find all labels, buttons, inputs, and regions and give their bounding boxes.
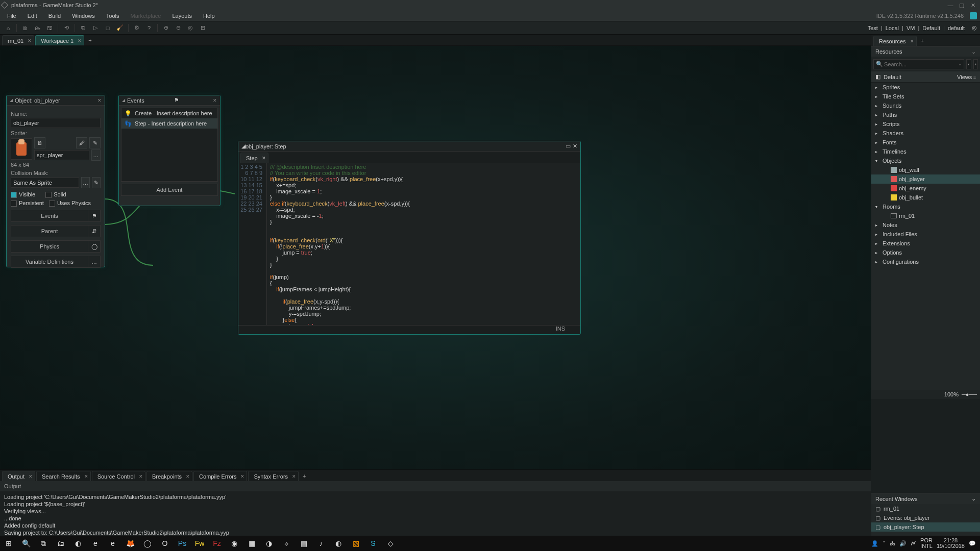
tree-item[interactable]: obj_wall (871, 165, 980, 174)
event-step[interactable]: 👣Step - Insert description here (121, 118, 217, 129)
zoom-control[interactable]: 100%─●── (871, 390, 980, 399)
steam-icon[interactable]: ◐ (69, 536, 87, 551)
visible-checkbox[interactable]: Visible (11, 191, 35, 198)
tab-workspace-1[interactable]: Workspace 1✕ (35, 35, 84, 45)
sublime-icon[interactable]: ▧ (347, 536, 364, 551)
explorer-icon[interactable]: 🗂 (52, 536, 69, 551)
output-tab[interactable]: Compile Errors✕ (193, 471, 247, 481)
tree-node[interactable]: ▸Sounds (871, 101, 980, 110)
mask-input[interactable] (11, 178, 79, 188)
close-icon[interactable]: ✕ (970, 2, 976, 9)
run-icon[interactable]: ▷ (90, 23, 101, 33)
task-view-icon[interactable]: ⧉ (35, 536, 52, 551)
tree-node[interactable]: ▾Rooms (871, 202, 980, 211)
uses-physics-checkbox[interactable]: Uses Physics (49, 200, 91, 207)
mask-more-button[interactable]: … (81, 177, 90, 188)
close-icon[interactable]: ✕ (262, 156, 266, 161)
add-event-button[interactable]: Add Event (121, 184, 218, 196)
tab-rm-01[interactable]: rm_01✕ (2, 35, 34, 45)
help-icon[interactable]: ? (144, 23, 154, 33)
recent-item[interactable]: ▢obj_player: Step (871, 522, 980, 532)
close-icon[interactable]: ✕ (28, 38, 32, 43)
search-next-button[interactable]: › (973, 59, 978, 69)
app-icon[interactable]: ▦ (243, 536, 260, 551)
code-tab-step[interactable]: Step✕ (240, 153, 268, 163)
add-tab-button[interactable]: + (918, 36, 927, 46)
menu-marketplace[interactable]: Marketplace (126, 12, 165, 20)
tree-item[interactable]: obj_player (871, 174, 980, 184)
app-icon[interactable]: ⟐ (278, 536, 295, 551)
ie-icon[interactable]: e (87, 536, 104, 551)
clock[interactable]: 21:2819/10/2018 (937, 538, 965, 549)
menu-layouts[interactable]: Layouts (168, 12, 196, 20)
tree-item[interactable]: obj_bullet (871, 193, 980, 202)
maximize-icon[interactable]: ▭ (566, 143, 571, 149)
output-tab[interactable]: Breakpoints✕ (146, 471, 192, 481)
maximize-icon[interactable]: ▢ (959, 2, 965, 9)
tree-node[interactable]: ▸Paths (871, 110, 980, 119)
solid-checkbox[interactable]: Solid (45, 191, 66, 198)
close-icon[interactable]: ✕ (213, 98, 217, 103)
mask-edit-button[interactable]: ✎ (92, 177, 101, 188)
app-icon[interactable]: ▤ (295, 536, 312, 551)
code-editor[interactable]: /// @description Insert description here… (267, 163, 580, 325)
resources-section-header[interactable]: Resources⌄ (871, 46, 980, 57)
recent-item[interactable]: ▢Events: obj_player (871, 513, 980, 522)
discord-icon[interactable]: ◐ (330, 536, 347, 551)
sprite-editor-button[interactable]: ✎ (89, 137, 101, 148)
tree-node[interactable]: ▾Objects (871, 156, 980, 165)
parent-button[interactable]: Parent (11, 225, 88, 237)
close-icon[interactable]: ✕ (910, 39, 914, 44)
variables-button[interactable]: Variable Definitions (11, 256, 88, 268)
output-tab[interactable]: Search Results✕ (36, 471, 91, 481)
menu-windows[interactable]: Windows (68, 12, 99, 20)
docking-icon[interactable]: ⊞ (198, 23, 208, 33)
close-icon[interactable]: ✕ (97, 98, 102, 103)
resource-filter[interactable]: ◧DefaultViews ≡ (871, 71, 980, 83)
tree-node[interactable]: ▸Notes (871, 220, 980, 230)
target-icon[interactable]: ◎ (971, 24, 978, 31)
tree-node[interactable]: ▸Sprites (871, 83, 980, 92)
close-icon[interactable]: ✕ (78, 38, 82, 43)
tree-node[interactable]: ▸Scripts (871, 119, 980, 129)
add-tab-button[interactable]: + (300, 471, 309, 481)
clean-icon[interactable]: 🧹 (115, 23, 125, 33)
object-name-input[interactable] (11, 118, 101, 128)
debug-icon[interactable]: ⟲ (61, 23, 71, 33)
zoom-in-icon[interactable]: ⊕ (161, 23, 171, 33)
itunes-icon[interactable]: ♪ (312, 536, 330, 551)
zoom-out-icon[interactable]: ⊖ (173, 23, 183, 33)
sprite-edit-button[interactable]: 🖉 (76, 137, 87, 148)
menu-tools[interactable]: Tools (102, 12, 124, 20)
zoom-reset-icon[interactable]: ◎ (185, 23, 195, 33)
search-icon[interactable]: 🔍 (17, 536, 35, 551)
create-exe-icon[interactable]: ⧉ (78, 23, 88, 33)
tree-node[interactable]: ▸Fonts (871, 138, 980, 147)
menu-file[interactable]: File (3, 12, 20, 20)
tree-node[interactable]: ▸Shaders (871, 129, 980, 138)
events-button[interactable]: Events (11, 210, 88, 222)
tree-node[interactable]: ▸Configurations (871, 257, 980, 266)
tree-node[interactable]: ▸Tile Sets (871, 92, 980, 101)
network-icon[interactable]: 🖧 (890, 540, 895, 546)
physics-button[interactable]: Physics (11, 240, 88, 253)
target-selector[interactable]: Test|Local|VM|Default|default ◎ (867, 24, 978, 31)
output-tab[interactable]: Source Control✕ (92, 471, 145, 481)
sprite-preview[interactable] (11, 138, 32, 160)
sprite-select-button[interactable]: 🗎 (34, 137, 45, 148)
tree-node[interactable]: ▸Included Files (871, 230, 980, 239)
minimize-icon[interactable]: — (947, 2, 953, 9)
skype-icon[interactable]: S (364, 536, 382, 551)
app-icon[interactable]: ◉ (226, 536, 243, 551)
fireworks-icon[interactable]: Fw (191, 536, 208, 551)
tree-item[interactable]: rm_01 (871, 211, 980, 220)
home-icon[interactable]: ⌂ (3, 23, 13, 33)
sprite-more-button[interactable]: … (91, 149, 101, 161)
recent-item[interactable]: ▢rm_01 (871, 504, 980, 513)
volume-icon[interactable]: 🔊 (899, 540, 906, 547)
persistent-checkbox[interactable]: Persistent (11, 200, 44, 207)
save-icon[interactable]: 🖫 (44, 23, 55, 33)
menu-build[interactable]: Build (44, 12, 65, 20)
menu-edit[interactable]: Edit (23, 12, 41, 20)
chevron-down-icon[interactable]: ⌄ (958, 61, 962, 66)
